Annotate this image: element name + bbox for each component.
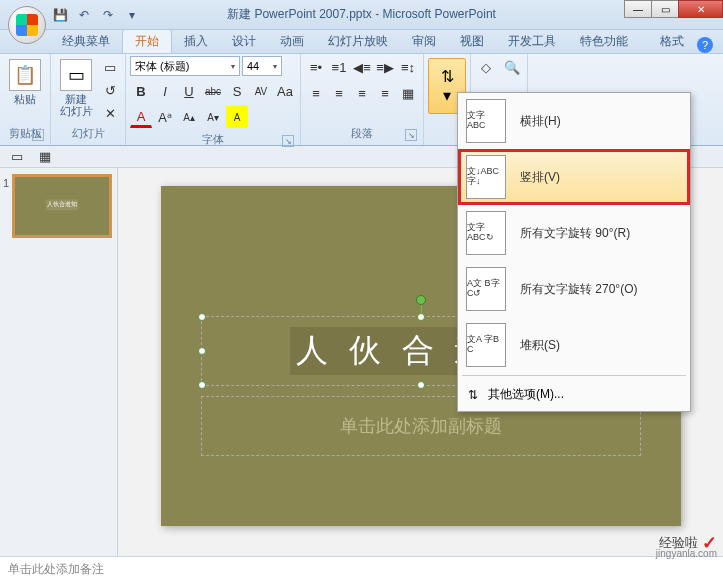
- new-slide-icon: ▭: [60, 59, 92, 91]
- paste-button[interactable]: 📋 粘贴: [4, 56, 46, 108]
- thumbnail-title-preview: 人伙合道知: [46, 199, 78, 210]
- rotate270-label: 所有文字旋转 270°(O): [520, 281, 637, 298]
- tab-slideshow[interactable]: 幻灯片放映: [316, 30, 400, 53]
- line-spacing-button[interactable]: ≡↕: [397, 56, 419, 78]
- increase-indent-button[interactable]: ≡▶: [374, 56, 396, 78]
- watermark: 经验啦 ✓ jingyanla.com: [659, 532, 717, 554]
- quick-access-toolbar: 💾 ↶ ↷ ▾: [50, 5, 142, 25]
- window-controls: — ▭ ✕: [625, 0, 723, 18]
- grow-font-button[interactable]: A▴: [178, 106, 200, 128]
- shapes-button[interactable]: ◇: [475, 56, 497, 78]
- help-icon[interactable]: ?: [697, 37, 713, 53]
- resize-handle-nw[interactable]: [198, 313, 206, 321]
- qat-save[interactable]: 💾: [50, 5, 70, 25]
- shrink-font-button[interactable]: A▾: [202, 106, 224, 128]
- window-title: 新建 PowerPoint 2007.pptx - Microsoft Powe…: [227, 6, 496, 23]
- qat-redo[interactable]: ↷: [98, 5, 118, 25]
- paste-label: 粘贴: [14, 93, 36, 105]
- underline-button[interactable]: U: [178, 80, 200, 102]
- maximize-button[interactable]: ▭: [651, 0, 679, 18]
- rotate270-thumb-icon: A文 B字 C↺: [466, 267, 506, 311]
- rotation-handle[interactable]: [416, 295, 426, 305]
- tab-animation[interactable]: 动画: [268, 30, 316, 53]
- qat-customize[interactable]: ▾: [122, 5, 142, 25]
- clipboard-group-label: 剪贴板↘: [4, 124, 46, 143]
- group-slides: ▭ 新建 幻灯片 ▭ ↺ ✕ 幻灯片: [51, 54, 126, 145]
- bullets-button[interactable]: ≡•: [305, 56, 327, 78]
- tab-review[interactable]: 审阅: [400, 30, 448, 53]
- dd-item-rotate90[interactable]: 文字 ABC↻ 所有文字旋转 90°(R): [458, 205, 690, 261]
- paragraph-group-label: 段落↘: [305, 124, 419, 143]
- qat-undo[interactable]: ↶: [74, 5, 94, 25]
- outline-toggle[interactable]: ▭: [6, 146, 28, 168]
- align-left-button[interactable]: ≡: [305, 82, 327, 104]
- font-size-combo[interactable]: 44▾: [242, 56, 282, 76]
- resize-handle-s[interactable]: [417, 381, 425, 389]
- more-options-icon: ⇅: [468, 388, 478, 402]
- columns-button[interactable]: ▦: [397, 82, 419, 104]
- change-case-button[interactable]: Aa: [274, 80, 296, 102]
- text-direction-dropdown: 文字 ABC 横排(H) 文↓ABC 字↓ 竖排(V) 文字 ABC↻ 所有文字…: [457, 92, 691, 412]
- notes-pane[interactable]: 单击此处添加备注: [0, 556, 723, 580]
- strike-button[interactable]: abc: [202, 80, 224, 102]
- minimize-button[interactable]: —: [624, 0, 652, 18]
- tab-classic[interactable]: 经典菜单: [50, 30, 122, 53]
- decrease-indent-button[interactable]: ◀≡: [351, 56, 373, 78]
- find-button[interactable]: 🔍: [501, 56, 523, 78]
- ribbon-tabs: 经典菜单 开始 插入 设计 动画 幻灯片放映 审阅 视图 开发工具 特色功能 格…: [0, 30, 723, 54]
- tab-design[interactable]: 设计: [220, 30, 268, 53]
- tab-view[interactable]: 视图: [448, 30, 496, 53]
- resize-handle-w[interactable]: [198, 347, 206, 355]
- clear-format-button[interactable]: Aᵃ: [154, 106, 176, 128]
- dd-item-vertical[interactable]: 文↓ABC 字↓ 竖排(V): [458, 149, 690, 205]
- resize-handle-sw[interactable]: [198, 381, 206, 389]
- numbering-button[interactable]: ≡1: [328, 56, 350, 78]
- more-options-label: 其他选项(M)...: [488, 386, 564, 403]
- watermark-url: jingyanla.com: [656, 548, 717, 559]
- horizontal-label: 横排(H): [520, 113, 561, 130]
- group-clipboard: 📋 粘贴 剪贴板↘: [0, 54, 51, 145]
- resize-handle-n[interactable]: [417, 313, 425, 321]
- slides-toggle[interactable]: ▦: [34, 146, 56, 168]
- vertical-thumb-icon: 文↓ABC 字↓: [466, 155, 506, 199]
- highlight-button[interactable]: A: [226, 106, 248, 128]
- tab-developer[interactable]: 开发工具: [496, 30, 568, 53]
- tab-format[interactable]: 格式: [648, 30, 696, 53]
- vertical-label: 竖排(V): [520, 169, 560, 186]
- clipboard-launcher[interactable]: ↘: [32, 129, 44, 141]
- align-justify-button[interactable]: ≡: [374, 82, 396, 104]
- stacked-label: 堆积(S): [520, 337, 560, 354]
- stacked-thumb-icon: 文A 字B C: [466, 323, 506, 367]
- shadow-button[interactable]: S: [226, 80, 248, 102]
- slides-group-label: 幻灯片: [55, 124, 121, 143]
- dd-item-stacked[interactable]: 文A 字B C 堆积(S): [458, 317, 690, 373]
- office-button[interactable]: [8, 6, 46, 44]
- tab-insert[interactable]: 插入: [172, 30, 220, 53]
- dd-more-options[interactable]: ⇅ 其他选项(M)...: [458, 378, 690, 411]
- bold-button[interactable]: B: [130, 80, 152, 102]
- align-right-button[interactable]: ≡: [351, 82, 373, 104]
- paragraph-launcher[interactable]: ↘: [405, 129, 417, 141]
- delete-slide-button[interactable]: ✕: [99, 102, 121, 124]
- layout-button[interactable]: ▭: [99, 56, 121, 78]
- close-button[interactable]: ✕: [678, 0, 723, 18]
- tab-home[interactable]: 开始: [122, 29, 172, 53]
- align-center-button[interactable]: ≡: [328, 82, 350, 104]
- font-group-label: 字体↘: [130, 130, 296, 149]
- text-direction-arrow-icon: ▾: [443, 86, 451, 105]
- reset-button[interactable]: ↺: [99, 79, 121, 101]
- char-spacing-button[interactable]: AV: [250, 80, 272, 102]
- slide-thumbnail-1[interactable]: 人伙合道知: [12, 174, 112, 238]
- dd-item-horizontal[interactable]: 文字 ABC 横排(H): [458, 93, 690, 149]
- font-name-combo[interactable]: 宋体 (标题)▾: [130, 56, 240, 76]
- italic-button[interactable]: I: [154, 80, 176, 102]
- font-color-button[interactable]: A: [130, 106, 152, 128]
- slide-thumbnails-pane[interactable]: 人伙合道知: [0, 168, 118, 556]
- font-launcher[interactable]: ↘: [282, 135, 294, 147]
- new-slide-button[interactable]: ▭ 新建 幻灯片: [55, 56, 97, 120]
- group-font: 宋体 (标题)▾ 44▾ B I U abc S AV Aa A Aᵃ A▴ A…: [126, 54, 301, 145]
- tab-feature[interactable]: 特色功能: [568, 30, 640, 53]
- office-logo-icon: [16, 14, 38, 36]
- subtitle-placeholder: 单击此处添加副标题: [340, 414, 502, 438]
- dd-item-rotate270[interactable]: A文 B字 C↺ 所有文字旋转 270°(O): [458, 261, 690, 317]
